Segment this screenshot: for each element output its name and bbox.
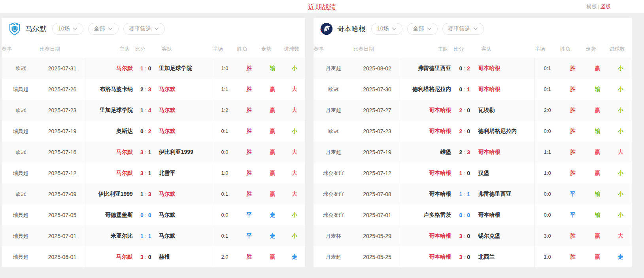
trend-cell: 走 [261, 212, 284, 219]
date-cell: 2025-07-27 [353, 107, 401, 113]
half-time-cell: 3:0 [534, 233, 560, 239]
scope-label: 全部 [413, 25, 424, 32]
col-score: 比分 [453, 45, 476, 53]
away-goals: 3 [148, 86, 151, 93]
result-cell: 胜 [237, 149, 261, 156]
half-time-cell: 1:0 [213, 65, 237, 71]
away-team-name: 哥本哈根 [476, 65, 535, 72]
away-goals: 0 [148, 212, 151, 218]
home-goals: 0 [140, 212, 144, 218]
away-goals: 0 [148, 254, 151, 260]
trend-cell: 赢 [261, 170, 284, 177]
matches-count-dropdown[interactable]: 10场 [52, 23, 83, 35]
chevron-down-icon [427, 27, 432, 30]
trend-cell: 输 [261, 65, 284, 72]
league-cell: 瑞典超 [2, 212, 40, 219]
column-divider [85, 58, 85, 267]
table-row: 欧冠2025-07-16马尔默3:1伊比利亚19990:0胜赢大 [2, 142, 305, 163]
score-cell: 2:3 [135, 86, 157, 93]
chevron-down-icon [392, 27, 397, 30]
date-cell: 2025-07-16 [40, 149, 85, 155]
score-cell: 1:0 [135, 65, 157, 72]
score-cell: 2:0 [453, 107, 476, 113]
result-cell: 胜 [560, 128, 585, 135]
home-team-name: 哥本哈根 [401, 233, 453, 240]
col-date: 比赛日期 [353, 45, 401, 53]
home-goals: 1 [140, 107, 144, 113]
away-team-name: 锡尔克堡 [476, 233, 535, 240]
date-cell: 2025-07-23 [353, 128, 401, 134]
goals-cell: 小 [284, 233, 305, 240]
score-colon: : [464, 65, 465, 72]
away-goals: 2 [148, 128, 151, 134]
half-time-cell: 0:1 [213, 191, 237, 197]
goals-cell: 大 [284, 107, 305, 114]
table-row: 丹麦超2025-07-19维堡2:3哥本哈根1:1胜赢大 [314, 142, 632, 163]
table-row: 瑞典超2025-06-01马尔默3:0赫根2:0胜赢走 [2, 246, 305, 267]
away-goals: 0 [467, 128, 470, 134]
score-colon: : [464, 128, 465, 134]
scope-dropdown[interactable]: 全部 [88, 23, 119, 35]
table-row: 丹麦超2025-08-02弗雷德里西亚0:2哥本哈根0:1胜赢小 [314, 58, 632, 79]
half-time-cell: 1:2 [213, 107, 237, 113]
home-goals: 2 [140, 86, 144, 93]
event-filter-dropdown[interactable]: 赛事筛选 [123, 23, 165, 35]
result-cell: 胜 [237, 65, 261, 72]
away-goals: 0 [467, 107, 470, 113]
layout-vertical-link[interactable]: 竖版 [601, 4, 611, 9]
score-colon: : [145, 128, 147, 134]
result-cell: 胜 [237, 128, 261, 135]
home-team-name: 马尔默 [85, 65, 135, 72]
col-result: 胜负 [237, 45, 261, 53]
date-cell: 2025-07-31 [40, 65, 85, 72]
trend-cell: 走 [261, 233, 284, 240]
score-cell: 3:0 [453, 254, 476, 260]
half-time-cell: 1:1 [534, 149, 560, 155]
away-team-name: 伊比利亚1999 [157, 149, 213, 156]
league-cell: 瑞典超 [2, 233, 40, 240]
team-panel-copenhagen: 哥本哈根 10场 全部 赛事筛选 赛事 比赛日期 主队 比分 客队 [314, 18, 632, 267]
league-cell: 欧冠 [2, 65, 40, 72]
goals-cell: 大 [284, 170, 305, 177]
away-team-name: 弗雷德里西亚 [476, 191, 535, 198]
score-cell: 1:1 [135, 233, 157, 239]
half-time-cell: 1:0 [534, 170, 560, 176]
home-team-name: 德利塔格尼拉内 [401, 86, 453, 93]
half-time-cell: 2:0 [213, 254, 237, 260]
event-filter-dropdown[interactable]: 赛事筛选 [442, 23, 484, 35]
home-goals: 3 [140, 254, 144, 260]
col-league: 赛事 [2, 45, 40, 53]
scope-dropdown[interactable]: 全部 [407, 23, 438, 35]
home-team-name: 哥本哈根 [401, 170, 453, 177]
score-colon: : [464, 170, 465, 176]
result-cell: 胜 [237, 86, 261, 93]
date-cell: 2025-05-25 [353, 254, 401, 260]
score-cell: 1:0 [453, 170, 476, 176]
team-name: 哥本哈根 [337, 24, 366, 34]
table-row: 球会友谊2025-07-01卢多格雷茨0:0哥本哈根0:0平输小 [314, 204, 632, 225]
trend-cell: 赢 [261, 107, 284, 114]
goals-cell: 大 [610, 233, 632, 240]
date-cell: 2025-07-09 [40, 191, 85, 197]
layout-switcher: 横板|竖版 [587, 3, 611, 10]
matches-count-dropdown[interactable]: 10场 [371, 23, 402, 35]
away-team-name: 赫根 [157, 253, 213, 261]
home-team-name: 维堡 [401, 149, 453, 156]
home-goals: 0 [140, 128, 144, 134]
col-away: 客队 [476, 45, 535, 53]
score-colon: : [145, 86, 147, 93]
half-time-cell: 1:0 [534, 254, 560, 260]
away-team-name: 汉堡 [476, 170, 535, 177]
league-cell: 瑞典超 [2, 170, 40, 177]
half-time-cell: 1:1 [213, 86, 237, 92]
home-goals: 1 [140, 191, 144, 197]
away-team-name: 马尔默 [157, 128, 213, 135]
goals-cell: 小 [610, 65, 632, 72]
col-trend: 走势 [261, 45, 284, 53]
home-goals: 0 [459, 212, 463, 218]
away-team-name: 北西兰 [476, 253, 535, 261]
away-goals: 1 [467, 191, 470, 197]
goals-cell: 大 [284, 191, 305, 198]
panel-header: 哥本哈根 10场 全部 赛事筛选 [314, 18, 632, 40]
layout-horizontal-link[interactable]: 横板 [587, 4, 597, 9]
